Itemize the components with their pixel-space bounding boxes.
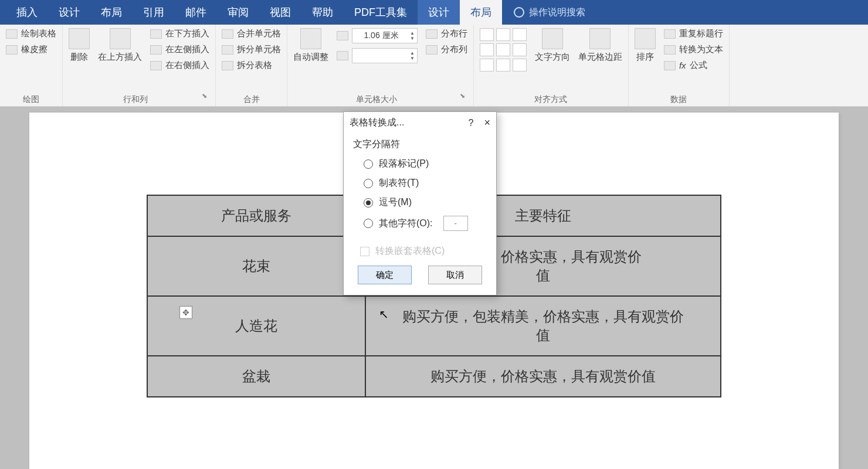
dist-cols-icon bbox=[426, 45, 438, 55]
checkbox-icon bbox=[360, 247, 369, 256]
tab-table-design[interactable]: 设计 bbox=[418, 0, 460, 25]
table-cell[interactable]: 花束 bbox=[147, 236, 365, 296]
group-merge-label: 合并 bbox=[222, 92, 281, 105]
tab-pdf-tools[interactable]: PDF工具集 bbox=[344, 0, 418, 25]
rows-cols-launcher[interactable]: ⬊ bbox=[202, 92, 209, 105]
text-direction-icon bbox=[542, 28, 563, 49]
tab-help[interactable]: 帮助 bbox=[301, 0, 344, 25]
align-mc[interactable] bbox=[496, 43, 510, 56]
repeat-header-button[interactable]: 重复标题行 bbox=[664, 28, 723, 39]
radio-tab[interactable]: 制表符(T) bbox=[364, 177, 487, 189]
spinner-arrows-icon[interactable]: ▲▼ bbox=[410, 50, 415, 61]
radio-comma[interactable]: 逗号(M) bbox=[364, 196, 487, 209]
table-cell[interactable]: 人造花 bbox=[147, 296, 365, 356]
insert-left-icon bbox=[150, 45, 162, 55]
table-row: 盆栽 购买方便，价格实惠，具有观赏价值 bbox=[147, 356, 721, 397]
ribbon-tabs: 插入 设计 布局 引用 邮件 审阅 视图 帮助 PDF工具集 设计 布局 操作说… bbox=[0, 0, 868, 25]
repeat-header-icon bbox=[664, 29, 676, 39]
cell-margins-button[interactable]: 单元格边距 bbox=[578, 28, 622, 63]
sort-icon bbox=[635, 28, 656, 49]
formula-button[interactable]: fx 公式 bbox=[664, 60, 723, 71]
align-tr[interactable] bbox=[513, 28, 527, 41]
row-height-icon bbox=[337, 31, 348, 40]
spinner-arrows-icon[interactable]: ▲▼ bbox=[410, 30, 415, 41]
tab-review[interactable]: 审阅 bbox=[217, 0, 259, 25]
group-draw-label: 绘图 bbox=[6, 92, 56, 105]
merge-icon bbox=[222, 29, 233, 39]
tell-me-search[interactable]: 操作说明搜索 bbox=[514, 6, 585, 19]
autofit-icon bbox=[300, 28, 321, 49]
row-height-spinner[interactable]: 1.06 厘米▲▼ bbox=[337, 28, 418, 43]
group-rows-cols: 删除 在上方插入 在下方插入 在左侧插入 在右侧插入 行和列⬊ bbox=[63, 25, 216, 106]
group-cell-size-label: 单元格大小 bbox=[293, 92, 460, 105]
other-char-input[interactable] bbox=[443, 216, 468, 231]
separator-group-label: 文字分隔符 bbox=[353, 138, 487, 151]
tab-view[interactable]: 视图 bbox=[259, 0, 301, 25]
align-bl[interactable] bbox=[480, 59, 494, 72]
cell-margins-icon bbox=[589, 28, 611, 49]
align-mr[interactable] bbox=[513, 43, 527, 56]
insert-above-icon bbox=[110, 28, 131, 49]
insert-right-button[interactable]: 在右侧插入 bbox=[150, 60, 209, 71]
table-cell[interactable]: 购买方便，价格实惠，具有观赏价值 bbox=[365, 356, 721, 397]
convert-table-dialog: 表格转换成... ? × 文字分隔符 段落标记(P) 制表符(T) 逗号(M) … bbox=[343, 111, 497, 295]
insert-left-button[interactable]: 在左侧插入 bbox=[150, 44, 209, 55]
eraser-icon bbox=[6, 45, 18, 55]
insert-above-button[interactable]: 在上方插入 bbox=[98, 28, 142, 63]
ribbon-body: 绘制表格 橡皮擦 绘图 删除 在上方插入 在下方插入 在左侧插入 在右侧插入 行… bbox=[0, 25, 868, 107]
cell-size-launcher[interactable]: ⬊ bbox=[460, 92, 467, 105]
dialog-help-button[interactable]: ? bbox=[469, 118, 474, 128]
insert-right-icon bbox=[150, 61, 162, 70]
text-direction-button[interactable]: 文字方向 bbox=[535, 28, 570, 63]
table-cell[interactable]: 购买方便，包装精美，价格实惠，具有观赏价值 bbox=[365, 296, 721, 356]
radio-checked-icon bbox=[364, 198, 373, 208]
tab-references[interactable]: 引用 bbox=[133, 0, 175, 25]
sort-button[interactable]: 排序 bbox=[635, 28, 656, 63]
lightbulb-icon bbox=[514, 7, 524, 18]
formula-icon bbox=[664, 61, 676, 70]
merge-cells-button[interactable]: 合并单元格 bbox=[222, 28, 281, 39]
align-ml[interactable] bbox=[480, 43, 494, 56]
delete-button[interactable]: 删除 bbox=[69, 28, 90, 63]
tab-design[interactable]: 设计 bbox=[48, 0, 90, 25]
split-cells-icon bbox=[222, 45, 233, 55]
table-row: 人造花 购买方便，包装精美，价格实惠，具有观赏价值 bbox=[147, 296, 721, 356]
distribute-rows-button[interactable]: 分布行 bbox=[426, 28, 467, 39]
cancel-button[interactable]: 取消 bbox=[428, 266, 482, 284]
tab-table-layout[interactable]: 布局 bbox=[460, 0, 502, 25]
convert-to-text-button[interactable]: 转换为文本 bbox=[664, 44, 723, 55]
group-data: 排序 重复标题行 转换为文本 fx 公式 数据 bbox=[629, 25, 730, 106]
radio-paragraph[interactable]: 段落标记(P) bbox=[364, 158, 487, 170]
align-tl[interactable] bbox=[480, 28, 494, 41]
align-bc[interactable] bbox=[496, 59, 510, 72]
delete-icon bbox=[69, 28, 90, 49]
insert-below-button[interactable]: 在下方插入 bbox=[150, 28, 209, 39]
draw-table-button[interactable]: 绘制表格 bbox=[6, 28, 56, 39]
radio-other[interactable]: 其他字符(O): bbox=[364, 216, 487, 231]
split-table-button[interactable]: 拆分表格 bbox=[222, 60, 281, 71]
autofit-button[interactable]: 自动调整 bbox=[293, 28, 328, 63]
distribute-cols-button[interactable]: 分布列 bbox=[426, 44, 467, 55]
group-data-label: 数据 bbox=[635, 92, 723, 105]
radio-icon bbox=[364, 179, 373, 188]
split-cells-button[interactable]: 拆分单元格 bbox=[222, 44, 281, 55]
table-move-handle-icon[interactable]: ✥ bbox=[179, 306, 192, 319]
group-rows-cols-label: 行和列 bbox=[69, 92, 202, 105]
dialog-title: 表格转换成... bbox=[350, 117, 458, 129]
align-br[interactable] bbox=[513, 59, 527, 72]
header-cell[interactable]: 产品或服务 bbox=[147, 195, 365, 236]
tab-mailings[interactable]: 邮件 bbox=[175, 0, 217, 25]
dialog-titlebar[interactable]: 表格转换成... ? × bbox=[344, 112, 496, 134]
eraser-button[interactable]: 橡皮擦 bbox=[6, 44, 56, 55]
tab-insert[interactable]: 插入 bbox=[6, 0, 48, 25]
tab-layout[interactable]: 布局 bbox=[90, 0, 133, 25]
col-width-icon bbox=[337, 51, 348, 60]
table-cell[interactable]: 盆栽 bbox=[147, 356, 365, 397]
group-draw: 绘制表格 橡皮擦 绘图 bbox=[0, 25, 63, 106]
convert-nested-checkbox: 转换嵌套表格(C) bbox=[360, 245, 487, 257]
ok-button[interactable]: 确定 bbox=[358, 266, 412, 284]
col-width-spinner[interactable]: ▲▼ bbox=[337, 48, 418, 63]
align-tc[interactable] bbox=[496, 28, 510, 41]
dialog-close-button[interactable]: × bbox=[484, 117, 490, 129]
group-cell-size: 自动调整 1.06 厘米▲▼ ▲▼ 分布行 分布列 单元格大小⬊ bbox=[287, 25, 474, 106]
